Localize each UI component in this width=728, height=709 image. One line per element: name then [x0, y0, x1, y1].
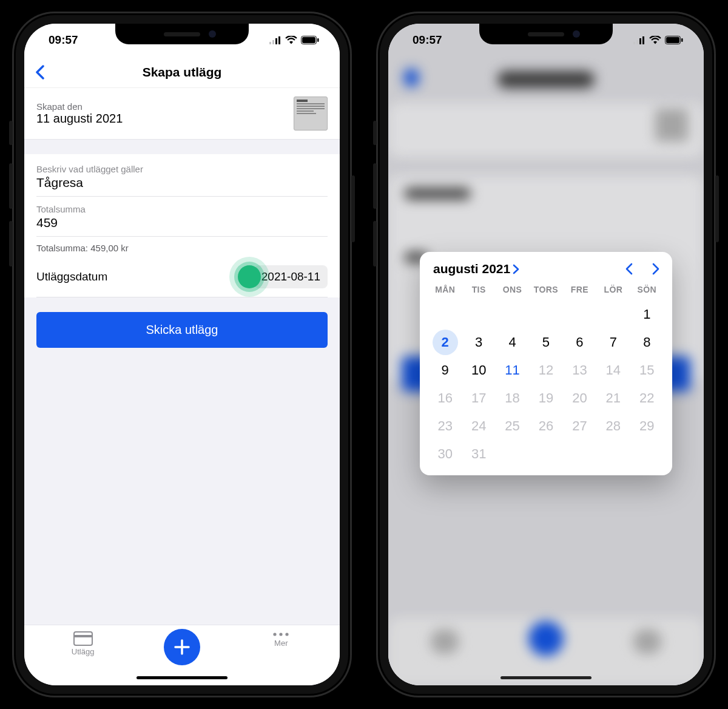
- created-label: Skapat den: [36, 101, 123, 112]
- status-time: 09:57: [413, 33, 442, 47]
- phone-frame-right: 09:57 augusti 2021: [376, 12, 716, 697]
- mute-switch: [9, 121, 13, 145]
- day-cell[interactable]: 9: [428, 356, 462, 384]
- description-value: Tågresa: [36, 175, 328, 190]
- date-picker: augusti 2021 MÅNTISONSTORSFRELÖRSÖN 1234…: [420, 252, 672, 475]
- day-cell[interactable]: 1: [630, 300, 664, 328]
- day-empty: [496, 300, 529, 328]
- day-cell: 23: [428, 412, 462, 440]
- add-button[interactable]: [164, 629, 200, 665]
- svg-rect-12: [633, 42, 635, 44]
- svg-rect-18: [681, 38, 683, 42]
- plus-icon: [174, 639, 190, 656]
- day-cell: 20: [563, 384, 596, 412]
- volume-down-button: [9, 221, 13, 266]
- submit-button[interactable]: Skicka utlägg: [36, 312, 328, 348]
- svg-rect-1: [272, 40, 274, 44]
- svg-rect-3: [278, 36, 280, 44]
- svg-point-9: [274, 633, 277, 636]
- svg-rect-8: [74, 635, 92, 637]
- day-cell: 21: [596, 384, 630, 412]
- day-empty: [428, 300, 462, 328]
- day-cell: 19: [529, 384, 562, 412]
- cellular-icon: [269, 36, 281, 44]
- tab-expenses[interactable]: Utlägg: [47, 631, 120, 656]
- date-value[interactable]: 2021-08-11: [254, 265, 328, 288]
- home-indicator[interactable]: [136, 676, 228, 679]
- total-field[interactable]: Totalsumma 459: [36, 197, 328, 237]
- tab-bar: Utlägg Mer: [24, 625, 340, 685]
- description-field[interactable]: Beskriv vad utlägget gäller Tågresa: [36, 157, 328, 197]
- highlight-pulse-icon: [238, 265, 261, 288]
- day-cell: 30: [428, 440, 462, 468]
- cellular-icon: [633, 36, 645, 44]
- wifi-icon: [285, 36, 297, 44]
- card-icon: [73, 631, 93, 646]
- total-helper: Totalsumma: 459,00 kr: [36, 237, 328, 257]
- svg-rect-2: [275, 38, 277, 44]
- phone-frame-left: 09:57 Skapa utlägg Skapat den 11 augusti…: [12, 12, 352, 697]
- day-cell[interactable]: 7: [596, 328, 630, 356]
- created-value: 11 augusti 2021: [36, 112, 123, 126]
- svg-point-10: [280, 633, 283, 636]
- day-cell: 15: [630, 356, 664, 384]
- chevron-left-icon: [625, 263, 633, 275]
- volume-up-button: [373, 163, 377, 209]
- volume-up-button: [9, 163, 13, 209]
- weekday-label: TORS: [529, 282, 562, 300]
- receipt-thumbnail[interactable]: [294, 97, 328, 131]
- day-empty: [462, 300, 495, 328]
- day-cell: 28: [596, 412, 630, 440]
- day-cell: 12: [529, 356, 562, 384]
- page-title: Skapa utlägg: [143, 65, 222, 80]
- day-empty: [563, 300, 596, 328]
- created-row: Skapat den 11 augusti 2021: [24, 88, 340, 140]
- day-cell[interactable]: 10: [462, 356, 495, 384]
- battery-icon: [665, 36, 683, 44]
- day-cell: 29: [630, 412, 664, 440]
- day-cell: 26: [529, 412, 562, 440]
- day-cell: 24: [462, 412, 495, 440]
- weekday-label: SÖN: [630, 282, 664, 300]
- notch: [115, 24, 249, 44]
- day-cell[interactable]: 2: [428, 328, 462, 356]
- svg-rect-13: [636, 40, 638, 44]
- power-button: [351, 175, 355, 242]
- day-empty: [529, 300, 562, 328]
- day-cell: 17: [462, 384, 495, 412]
- tab-more-label: Mer: [274, 639, 288, 648]
- weekday-header: MÅNTISONSTORSFRELÖRSÖN: [428, 282, 664, 300]
- day-cell[interactable]: 11: [496, 356, 529, 384]
- tab-more[interactable]: Mer: [244, 631, 317, 648]
- screen-right: 09:57 augusti 2021: [388, 24, 704, 685]
- svg-rect-17: [666, 37, 679, 43]
- day-cell: 18: [496, 384, 529, 412]
- day-cell[interactable]: 6: [563, 328, 596, 356]
- day-cell: 25: [496, 412, 529, 440]
- day-cell[interactable]: 5: [529, 328, 562, 356]
- day-cell: 13: [563, 356, 596, 384]
- weekday-label: LÖR: [596, 282, 630, 300]
- day-cell[interactable]: 4: [496, 328, 529, 356]
- nav-bar: Skapa utlägg: [24, 56, 340, 88]
- total-value: 459: [36, 215, 328, 230]
- next-month-button[interactable]: [652, 263, 660, 275]
- total-label: Totalsumma: [36, 204, 328, 214]
- date-row[interactable]: Utläggsdatum 2021-08-11: [36, 257, 328, 297]
- back-button[interactable]: [35, 65, 45, 80]
- chevron-right-icon: [513, 264, 519, 274]
- svg-rect-5: [302, 37, 315, 43]
- dots-icon: [272, 631, 290, 637]
- day-cell: 27: [563, 412, 596, 440]
- picker-month-button[interactable]: augusti 2021: [433, 262, 519, 276]
- status-time: 09:57: [49, 33, 78, 47]
- home-indicator[interactable]: [500, 676, 592, 679]
- weekday-label: FRE: [563, 282, 596, 300]
- day-cell[interactable]: 3: [462, 328, 495, 356]
- day-cell[interactable]: 8: [630, 328, 664, 356]
- chevron-left-icon: [35, 65, 45, 80]
- svg-rect-6: [317, 38, 319, 42]
- day-cell: 22: [630, 384, 664, 412]
- weekday-label: TIS: [462, 282, 495, 300]
- prev-month-button[interactable]: [625, 263, 633, 275]
